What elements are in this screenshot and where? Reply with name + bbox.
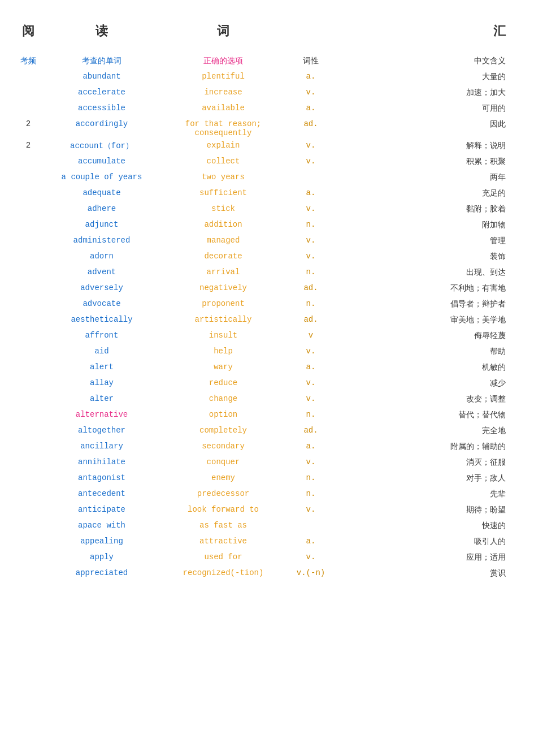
table-row: antagonist enemy n. 对手；敌人 xyxy=(11,471,523,487)
cell-meaning: plentiful xyxy=(158,71,288,81)
cell-word: anticipate xyxy=(45,504,158,514)
cell-zh: 审美地；美学地 xyxy=(333,314,523,325)
cell-freq xyxy=(11,535,45,537)
subheader-zh: 中文含义 xyxy=(333,55,523,66)
cell-pos: n. xyxy=(288,298,333,308)
cell-pos: v. xyxy=(288,250,333,261)
header-col-zh: 汇 xyxy=(333,23,523,40)
cell-pos: v. xyxy=(288,155,333,166)
cell-word: aesthetically xyxy=(45,314,158,324)
subheader-word: 考查的单词 xyxy=(45,55,158,66)
cell-pos: a. xyxy=(288,71,333,81)
cell-pos: v. xyxy=(288,87,333,97)
cell-zh: 吸引人的 xyxy=(333,535,523,547)
cell-freq xyxy=(11,87,45,88)
cell-word: administered xyxy=(45,235,158,245)
cell-freq xyxy=(11,504,45,505)
cell-meaning: look forward to xyxy=(158,504,288,514)
cell-freq xyxy=(11,250,45,252)
table-row: allay reduce v. 减少 xyxy=(11,376,523,392)
cell-meaning: decorate xyxy=(158,250,288,261)
cell-pos: v. xyxy=(288,377,333,387)
cell-zh: 两年 xyxy=(333,171,523,183)
table-row: aesthetically artistically ad. 审美地；美学地 xyxy=(11,313,523,329)
cell-zh: 帮助 xyxy=(333,345,523,357)
cell-meaning: two years xyxy=(158,171,288,182)
cell-pos: a. xyxy=(288,361,333,371)
cell-freq xyxy=(11,520,45,521)
cell-meaning: completely xyxy=(158,425,288,435)
cell-freq xyxy=(11,171,45,172)
table-row: a couple of years two years 两年 xyxy=(11,170,523,186)
subheader-pos: 词性 xyxy=(288,55,333,66)
subheader-meaning: 正确的选项 xyxy=(158,55,288,66)
table-row: appealing attractive a. 吸引人的 xyxy=(11,534,523,550)
cell-meaning: managed xyxy=(158,235,288,245)
cell-pos: v. xyxy=(288,393,333,403)
cell-freq xyxy=(11,298,45,299)
cell-meaning: enemy xyxy=(158,472,288,482)
table-row: affront insult v 侮辱轻蔑 xyxy=(11,329,523,344)
header-col-meaning: 词 xyxy=(158,23,288,40)
cell-word: abundant xyxy=(45,71,158,81)
cell-zh: 快速的 xyxy=(333,520,523,531)
table-row: accumulate collect v. 积累；积聚 xyxy=(11,154,523,170)
cell-meaning: negatively xyxy=(158,282,288,292)
cell-meaning: stick xyxy=(158,203,288,213)
table-row: advocate proponent n. 倡导者；辩护者 xyxy=(11,297,523,313)
header-col-word: 读 xyxy=(45,23,158,40)
cell-freq xyxy=(11,266,45,267)
cell-pos: n. xyxy=(288,488,333,498)
cell-zh: 倡导者；辩护者 xyxy=(333,298,523,309)
cell-pos: v.(-n) xyxy=(288,567,333,577)
cell-meaning: reduce xyxy=(158,377,288,387)
cell-meaning: available xyxy=(158,102,288,113)
cell-pos: ad. xyxy=(288,314,333,324)
cell-word: accelerate xyxy=(45,87,158,97)
table-row: altogether completely ad. 完全地 xyxy=(11,424,523,439)
cell-meaning: proponent xyxy=(158,298,288,308)
cell-word: annihilate xyxy=(45,456,158,466)
table-row: alert wary a. 机敏的 xyxy=(11,360,523,376)
cell-zh: 减少 xyxy=(333,377,523,388)
cell-freq xyxy=(11,203,45,204)
table-row: accelerate increase v. 加速；加大 xyxy=(11,85,523,101)
table-row: alternative option n. 替代；替代物 xyxy=(11,408,523,424)
cell-zh: 出现、到达 xyxy=(333,266,523,278)
cell-zh: 不利地；有害地 xyxy=(333,282,523,293)
cell-freq xyxy=(11,102,45,103)
cell-zh: 消灭；征服 xyxy=(333,456,523,468)
table-row: appreciated recognized(-tion) v.(-n) 赏识 xyxy=(11,566,523,582)
cell-pos: ad. xyxy=(288,425,333,435)
cell-zh: 改变；调整 xyxy=(333,393,523,404)
cell-word: alternative xyxy=(45,409,158,419)
header-row: 阅 读 词 汇 xyxy=(11,23,523,42)
cell-word: appreciated xyxy=(45,567,158,577)
cell-pos: a. xyxy=(288,187,333,197)
cell-freq xyxy=(11,567,45,568)
cell-zh: 黏附；胶着 xyxy=(333,203,523,214)
cell-freq: 2 xyxy=(11,118,45,128)
header-char-3: 词 xyxy=(217,24,229,38)
cell-word: a couple of years xyxy=(45,171,158,182)
header-char-1: 阅 xyxy=(22,24,34,38)
cell-pos: ad. xyxy=(288,118,333,128)
cell-freq xyxy=(11,187,45,188)
header-char-2: 读 xyxy=(95,24,108,38)
page: 阅 读 词 汇 考频 考查的单词 正确的选项 词性 中文含义 abundant … xyxy=(0,0,534,756)
table-row: antecedent predecessor n. 先辈 xyxy=(11,487,523,503)
cell-pos: v. xyxy=(288,551,333,561)
cell-meaning: help xyxy=(158,345,288,356)
cell-word: adjunct xyxy=(45,219,158,229)
cell-meaning: increase xyxy=(158,87,288,97)
cell-pos xyxy=(288,520,333,521)
table-row: apace with as fast as 快速的 xyxy=(11,519,523,534)
cell-word: alter xyxy=(45,393,158,403)
cell-word: antecedent xyxy=(45,488,158,498)
cell-word: allay xyxy=(45,377,158,387)
cell-pos: a. xyxy=(288,440,333,451)
table-row: advent arrival n. 出现、到达 xyxy=(11,265,523,281)
cell-meaning: recognized(-tion) xyxy=(158,567,288,577)
cell-freq xyxy=(11,155,45,157)
table-row: adhere stick v. 黏附；胶着 xyxy=(11,202,523,218)
